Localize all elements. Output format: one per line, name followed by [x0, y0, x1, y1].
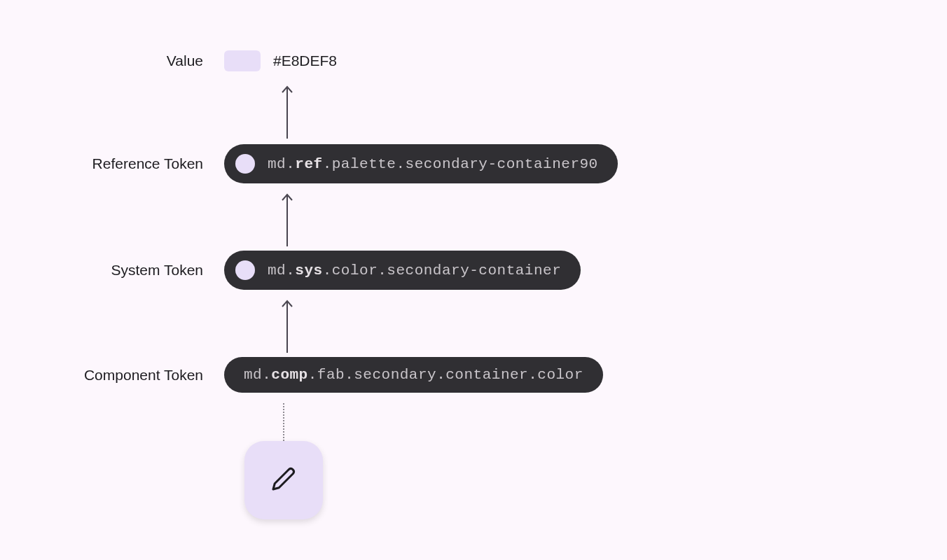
- arrow-up-icon: [280, 83, 294, 139]
- dotted-connector: [283, 403, 284, 441]
- reference-token-pill: md.ref.palette.secondary-container90: [224, 144, 618, 183]
- component-label: Component Token: [0, 367, 224, 384]
- token-pre: md.: [244, 367, 271, 383]
- value-row: Value #E8DEF8: [0, 50, 337, 71]
- arrow-up-icon: [280, 190, 294, 246]
- token-bold: ref: [295, 156, 322, 172]
- reference-label: Reference Token: [0, 155, 224, 172]
- color-dot-icon: [235, 154, 255, 174]
- token-post: .color.secondary-container: [323, 262, 562, 279]
- token-pre: md.: [268, 262, 295, 279]
- fab-button[interactable]: [244, 441, 323, 519]
- color-dot-icon: [235, 260, 255, 280]
- arrow-up-icon: [280, 297, 294, 353]
- token-post: .fab.secondary.container.color: [308, 367, 583, 383]
- system-token-pill: md.sys.color.secondary-container: [224, 251, 581, 290]
- component-token-pill: md.comp.fab.secondary.container.color: [224, 357, 603, 393]
- component-row: Component Token md.comp.fab.secondary.co…: [0, 357, 603, 393]
- system-row: System Token md.sys.color.secondary-cont…: [0, 251, 581, 290]
- hex-value: #E8DEF8: [273, 52, 337, 69]
- token-pre: md.: [268, 156, 295, 172]
- edit-icon: [271, 466, 296, 494]
- system-label: System Token: [0, 262, 224, 279]
- value-label: Value: [0, 52, 224, 69]
- token-bold: comp: [271, 367, 307, 383]
- reference-row: Reference Token md.ref.palette.secondary…: [0, 144, 618, 183]
- token-post: .palette.secondary-container90: [323, 156, 598, 172]
- color-swatch: [224, 50, 261, 71]
- token-bold: sys: [295, 262, 322, 279]
